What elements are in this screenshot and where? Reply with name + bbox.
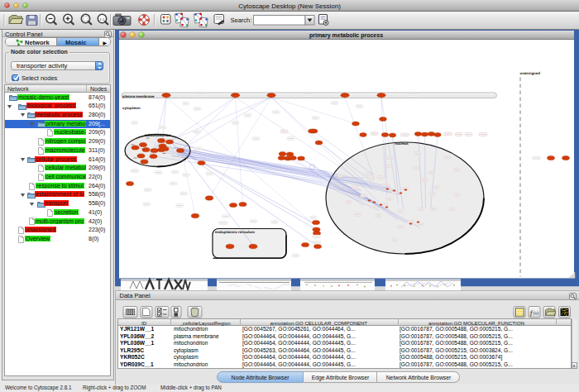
svg-text:1:1: 1:1 (99, 17, 105, 22)
svg-text:unassigned: unassigned (519, 71, 540, 75)
svg-text:cytoplasm: cytoplasm (122, 106, 141, 110)
svg-text:endoplasmic reticulum: endoplasmic reticulum (215, 230, 255, 234)
svg-text:(x): (x) (534, 311, 538, 316)
svg-text:Search:: Search: (231, 17, 252, 24)
svg-text:plasma membrane: plasma membrane (122, 93, 155, 98)
svg-text:nucleus: nucleus (395, 141, 409, 146)
